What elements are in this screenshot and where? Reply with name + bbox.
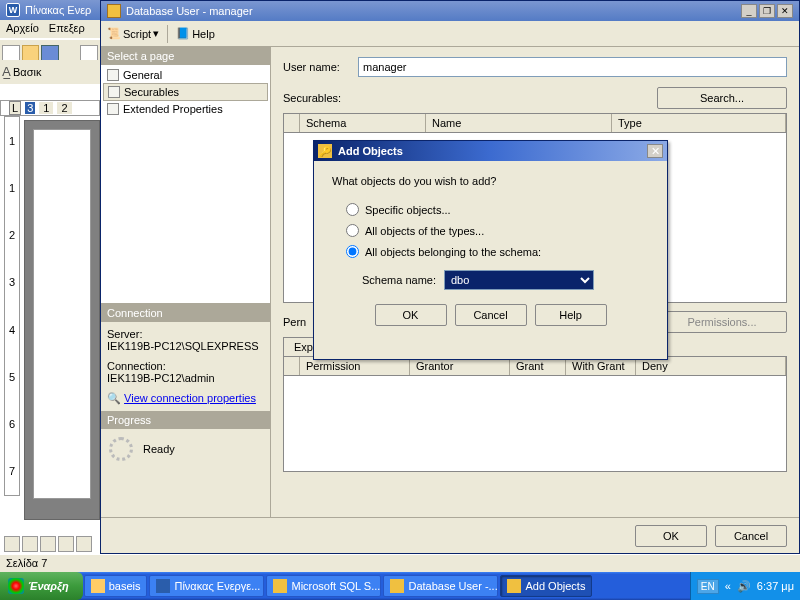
radio-all-schema[interactable]: All objects belonging to the schema:	[332, 241, 649, 262]
page-extended-properties[interactable]: Extended Properties	[103, 101, 268, 117]
dialog-question: What objects do you wish to add?	[332, 175, 649, 187]
view-web-icon[interactable]	[22, 536, 38, 552]
page-icon	[108, 86, 120, 98]
username-label: User name:	[283, 61, 358, 73]
script-button[interactable]: 📜 Script ▾	[107, 27, 159, 40]
page-securables[interactable]: Securables	[103, 83, 268, 101]
key-icon	[318, 144, 332, 158]
restore-button[interactable]: ❐	[759, 4, 775, 18]
close-button[interactable]: ✕	[777, 4, 793, 18]
progress-box: Ready	[101, 429, 270, 469]
vertical-ruler[interactable]: 1 1 2 3 4 5 6 7	[4, 116, 20, 496]
radio-label: All objects of the types...	[365, 225, 484, 237]
radio-input[interactable]	[346, 245, 359, 258]
db-user-icon	[107, 4, 121, 18]
aa-icon[interactable]: A̲	[2, 64, 11, 80]
add-objects-dialog: Add Objects ✕ What objects do you wish t…	[313, 140, 668, 360]
col-schema[interactable]: Schema	[300, 114, 426, 132]
word-statusbar: Σελίδα 7	[0, 554, 800, 572]
task-icon	[273, 579, 287, 593]
server-label: Server:	[107, 328, 264, 340]
schema-name-select[interactable]: dbo	[444, 270, 594, 290]
menu-file[interactable]: Αρχείο	[6, 22, 39, 36]
word-icon: W	[6, 3, 20, 17]
task-label: Microsoft SQL S...	[291, 580, 380, 592]
taskbar-task[interactable]: Πίνακας Ενεργε...	[149, 575, 264, 597]
schema-name-label: Schema name:	[362, 274, 436, 286]
task-label: Database User -...	[408, 580, 497, 592]
connection-label: Connection:	[107, 360, 264, 372]
font-box[interactable]: Βασικ	[13, 66, 41, 78]
ssms-toolbar: 📜 Script ▾ 📘 Help	[101, 21, 799, 47]
dialog-ok-button[interactable]: OK	[375, 304, 447, 326]
task-label: baseis	[109, 580, 141, 592]
page-general[interactable]: General	[103, 67, 268, 83]
windows-logo-icon	[8, 578, 24, 594]
task-icon	[390, 579, 404, 593]
horizontal-ruler[interactable]: L 3 1 2	[0, 100, 100, 116]
progress-header: Progress	[101, 411, 270, 429]
row-header	[284, 357, 300, 375]
radio-input[interactable]	[346, 224, 359, 237]
system-tray[interactable]: EN « 🔊 6:37 μμ	[690, 572, 800, 600]
page-list[interactable]: General Securables Extended Properties	[101, 65, 270, 304]
col-type[interactable]: Type	[612, 114, 786, 132]
row-header	[284, 114, 300, 132]
page-icon	[107, 69, 119, 81]
taskbar-task[interactable]: Database User -...	[383, 575, 498, 597]
search-button[interactable]: Search...	[657, 87, 787, 109]
permissions-grid[interactable]: Permission Grantor Grant With Grant Deny	[283, 356, 787, 472]
word-title-text: Πίνακας Ενερ	[25, 4, 91, 16]
ok-button[interactable]: OK	[635, 525, 707, 547]
task-label: Add Objects	[525, 580, 585, 592]
server-value: IEK119B-PC12\SQLEXPRESS	[107, 340, 264, 352]
word-menu[interactable]: Αρχείο Επεξερ	[0, 20, 100, 38]
taskbar-task[interactable]: Microsoft SQL S...	[266, 575, 381, 597]
ssms-title-text: Database User - manager	[126, 5, 253, 17]
cancel-button[interactable]: Cancel	[715, 525, 787, 547]
dialog-help-button[interactable]: Help	[535, 304, 607, 326]
view-connection-properties-link[interactable]: View connection properties	[124, 392, 256, 404]
minimize-button[interactable]: _	[741, 4, 757, 18]
task-label: Πίνακας Ενεργε...	[174, 580, 260, 592]
word-page[interactable]	[33, 129, 91, 499]
taskbar[interactable]: Έναρξη baseisΠίνακας Ενεργε...Microsoft …	[0, 572, 800, 600]
radio-input[interactable]	[346, 203, 359, 216]
taskbar-task[interactable]: Add Objects	[500, 575, 592, 597]
word-format-toolbar: A̲ Βασικ	[0, 60, 100, 84]
dialog-titlebar[interactable]: Add Objects ✕	[314, 141, 667, 161]
dialog-cancel-button[interactable]: Cancel	[455, 304, 527, 326]
username-input[interactable]	[358, 57, 787, 77]
permissions-label: Pern	[283, 316, 306, 328]
start-button[interactable]: Έναρξη	[0, 572, 83, 600]
spinner-icon	[109, 437, 133, 461]
radio-label: Specific objects...	[365, 204, 451, 216]
connection-value: IEK119B-PC12\admin	[107, 372, 264, 384]
view-normal-icon[interactable]	[4, 536, 20, 552]
view-reading-icon[interactable]	[76, 536, 92, 552]
language-indicator[interactable]: EN	[697, 579, 719, 594]
help-button[interactable]: 📘 Help	[176, 27, 215, 40]
dialog-title-text: Add Objects	[338, 145, 403, 157]
task-icon	[91, 579, 105, 593]
ssms-footer: OK Cancel	[101, 517, 799, 553]
taskbar-task[interactable]: baseis	[84, 575, 148, 597]
page-icon	[107, 103, 119, 115]
radio-specific-objects[interactable]: Specific objects...	[332, 199, 649, 220]
menu-edit[interactable]: Επεξερ	[49, 22, 85, 36]
view-buttons[interactable]	[4, 536, 92, 552]
tray-expand-icon[interactable]: «	[725, 580, 731, 592]
view-print-icon[interactable]	[40, 536, 56, 552]
connection-header: Connection	[101, 304, 270, 322]
left-panel: Select a page General Securables Extende…	[101, 47, 271, 517]
ssms-titlebar[interactable]: Database User - manager _ ❐ ✕	[101, 1, 799, 21]
col-name[interactable]: Name	[426, 114, 612, 132]
progress-text: Ready	[143, 443, 175, 455]
clock: 6:37 μμ	[757, 580, 794, 592]
dialog-close-button[interactable]: ✕	[647, 144, 663, 158]
radio-all-types[interactable]: All objects of the types...	[332, 220, 649, 241]
word-document-area	[24, 120, 100, 520]
view-outline-icon[interactable]	[58, 536, 74, 552]
securables-label: Securables:	[283, 92, 341, 104]
permissions-button: Permissions...	[657, 311, 787, 333]
